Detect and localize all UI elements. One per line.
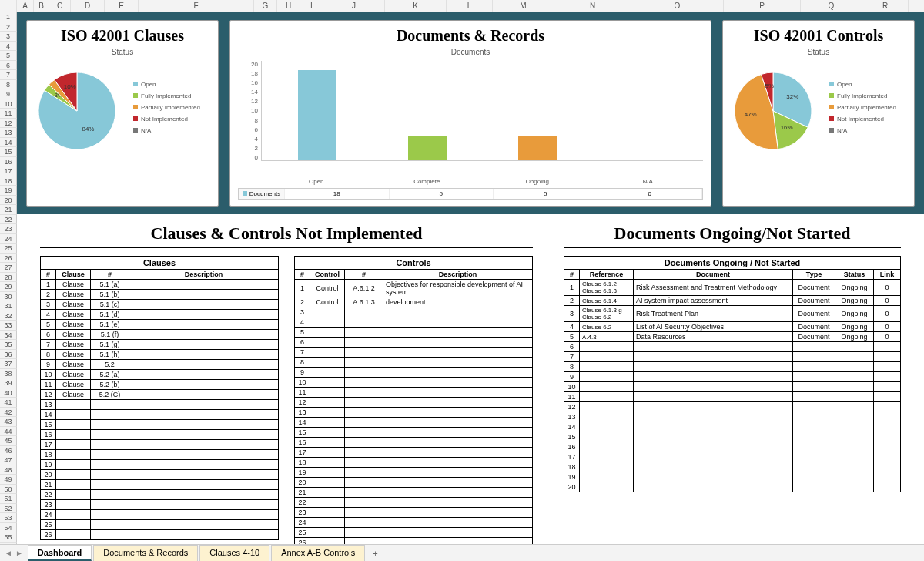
- table-row[interactable]: 1ControlA.6.1.2Objectives for responsibl…: [295, 280, 533, 297]
- table-row[interactable]: 3Clause5.1 (c): [41, 300, 279, 310]
- svg-text:10%: 10%: [64, 83, 76, 90]
- bar-category-labels: OpenCompleteOngoingN/A: [261, 178, 703, 185]
- table-row[interactable]: 12Clause5.2 (C): [41, 390, 279, 400]
- table-row[interactable]: 9Clause5.2: [41, 360, 279, 370]
- card-subtitle: Documents: [238, 48, 703, 56]
- table-row[interactable]: 20: [41, 470, 279, 480]
- table-row[interactable]: 8Clause5.1 (h): [41, 350, 279, 360]
- table-row[interactable]: 25: [295, 528, 533, 538]
- table-row[interactable]: 20: [564, 482, 901, 492]
- table-row[interactable]: 9: [295, 368, 533, 378]
- table-row[interactable]: 18: [41, 450, 279, 460]
- table-row[interactable]: 16: [564, 442, 901, 452]
- sheet-tab-clauses-4-10[interactable]: Clauses 4-10: [199, 545, 270, 561]
- card-controls-pie[interactable]: ISO 42001 Controls Status 32%16%47%5% Op…: [722, 20, 915, 207]
- table-row[interactable]: 5Clause5.1 (e): [41, 320, 279, 330]
- card-title: ISO 42001 Controls: [731, 27, 906, 45]
- table-row[interactable]: 8: [295, 358, 533, 368]
- sheet-tab-documents-records[interactable]: Documents & Records: [93, 545, 198, 561]
- clauses-table[interactable]: #Clause#Description1Clause5.1 (a)2Clause…: [40, 269, 279, 540]
- card-clauses-pie[interactable]: ISO 42001 Clauses Status 84%3%10% OpenFu…: [26, 20, 219, 207]
- table-row[interactable]: 7Clause5.1 (g): [41, 340, 279, 350]
- sheet-tab-dashboard[interactable]: Dashboard: [28, 545, 92, 561]
- table-row[interactable]: 2Clause 6.1.4AI system impact assessment…: [564, 296, 901, 306]
- pie-chart-clauses: 84%3%10%: [35, 61, 127, 153]
- table-row[interactable]: 11Clause5.2 (b): [41, 380, 279, 390]
- table-row[interactable]: 2Clause5.1 (b): [41, 290, 279, 300]
- table-row[interactable]: 24: [295, 518, 533, 528]
- card-documents-bar[interactable]: Documents & Records Documents 2018161412…: [229, 20, 711, 207]
- table-row[interactable]: 18: [295, 458, 533, 468]
- table-row[interactable]: 16: [295, 438, 533, 448]
- table-row[interactable]: 15: [564, 432, 901, 442]
- table-row[interactable]: 22: [41, 490, 279, 500]
- table-row[interactable]: 6: [295, 338, 533, 348]
- table-row[interactable]: 12: [295, 398, 533, 408]
- table-row[interactable]: 4Clause 6.2List of AI Security Objective…: [564, 322, 901, 332]
- table-row[interactable]: 22: [295, 498, 533, 508]
- table-row[interactable]: 12: [564, 402, 901, 412]
- table-row[interactable]: 8: [564, 362, 901, 372]
- table-row[interactable]: 5: [295, 328, 533, 338]
- table-row[interactable]: 4Clause5.1 (d): [41, 310, 279, 320]
- table-row[interactable]: 17: [564, 452, 901, 462]
- lower-sections: Clauses & Controls Not Implemented Claus…: [17, 214, 924, 544]
- table-row[interactable]: 11: [295, 388, 533, 398]
- table-row[interactable]: 14: [295, 418, 533, 428]
- table-row[interactable]: 17: [295, 448, 533, 458]
- table-row[interactable]: 20: [295, 478, 533, 488]
- table-row[interactable]: 19: [41, 460, 279, 470]
- table-row[interactable]: 5A.4.3Data ResourcesDocumentOngoing0: [564, 332, 901, 342]
- table-row[interactable]: 25: [41, 520, 279, 530]
- table-row[interactable]: 3: [295, 307, 533, 317]
- table-row[interactable]: 3Clause 6.1.3 gClause 6.2Risk Treatment …: [564, 306, 901, 322]
- table-row[interactable]: 26: [295, 538, 533, 545]
- table-row[interactable]: 6Clause5.1 (f): [41, 330, 279, 340]
- table-row[interactable]: 14: [564, 422, 901, 432]
- controls-table-wrap: Controls #Control#Description1ControlA.6…: [294, 256, 533, 544]
- table-row[interactable]: 18: [564, 462, 901, 472]
- table-row[interactable]: 23: [41, 500, 279, 510]
- table-row[interactable]: 4: [295, 317, 533, 328]
- table-row[interactable]: 17: [41, 440, 279, 450]
- table-row[interactable]: 21: [41, 480, 279, 490]
- sheet-tab-annex-a-b-controls[interactable]: Annex A-B Controls: [271, 545, 365, 561]
- tab-prev-icon[interactable]: ◄: [5, 549, 12, 557]
- table-row[interactable]: 13: [295, 408, 533, 418]
- section-title-docs: Documents Ongoing/Not Started: [564, 223, 901, 248]
- table-row[interactable]: 24: [41, 510, 279, 520]
- table-row[interactable]: 21: [295, 488, 533, 498]
- table-row[interactable]: 10Clause5.2 (a): [41, 370, 279, 380]
- table-row[interactable]: 1Clause5.1 (a): [41, 280, 279, 290]
- table-row[interactable]: 2ControlA.6.1.3development: [295, 297, 533, 307]
- add-sheet-button[interactable]: +: [367, 549, 383, 558]
- table-row[interactable]: 16: [41, 430, 279, 440]
- table-row[interactable]: 1Clause 6.1.2Clause 6.1.3Risk Assessment…: [564, 280, 901, 296]
- card-title: Documents & Records: [238, 27, 703, 45]
- svg-text:5%: 5%: [765, 82, 775, 89]
- card-subtitle: Status: [35, 48, 210, 56]
- tab-next-icon[interactable]: ►: [15, 549, 23, 557]
- row-headers[interactable]: 1234567891011121314151617181920212223242…: [0, 12, 17, 552]
- table-row[interactable]: 10: [295, 378, 533, 388]
- table-row[interactable]: 14: [41, 410, 279, 420]
- svg-text:84%: 84%: [82, 126, 94, 133]
- table-row[interactable]: 10: [564, 382, 901, 392]
- sheet-area: ISO 42001 Clauses Status 84%3%10% OpenFu…: [17, 12, 924, 544]
- table-row[interactable]: 9: [564, 372, 901, 382]
- table-row[interactable]: 15: [41, 420, 279, 430]
- table-row[interactable]: 26: [41, 530, 279, 540]
- table-row[interactable]: 19: [295, 468, 533, 478]
- table-row[interactable]: 7: [564, 352, 901, 362]
- table-row[interactable]: 11: [564, 392, 901, 402]
- table-row[interactable]: 23: [295, 508, 533, 518]
- column-headers[interactable]: ABCDEFGHIJKLMNOPQR: [0, 0, 924, 12]
- docs-table[interactable]: #ReferenceDocumentTypeStatusLink1Clause …: [564, 269, 901, 492]
- table-row[interactable]: 6: [564, 342, 901, 352]
- table-row[interactable]: 19: [564, 472, 901, 482]
- controls-table[interactable]: #Control#Description1ControlA.6.1.2Objec…: [294, 269, 533, 544]
- table-row[interactable]: 7: [295, 348, 533, 358]
- table-row[interactable]: 13: [41, 400, 279, 410]
- table-row[interactable]: 13: [564, 412, 901, 422]
- table-row[interactable]: 15: [295, 428, 533, 438]
